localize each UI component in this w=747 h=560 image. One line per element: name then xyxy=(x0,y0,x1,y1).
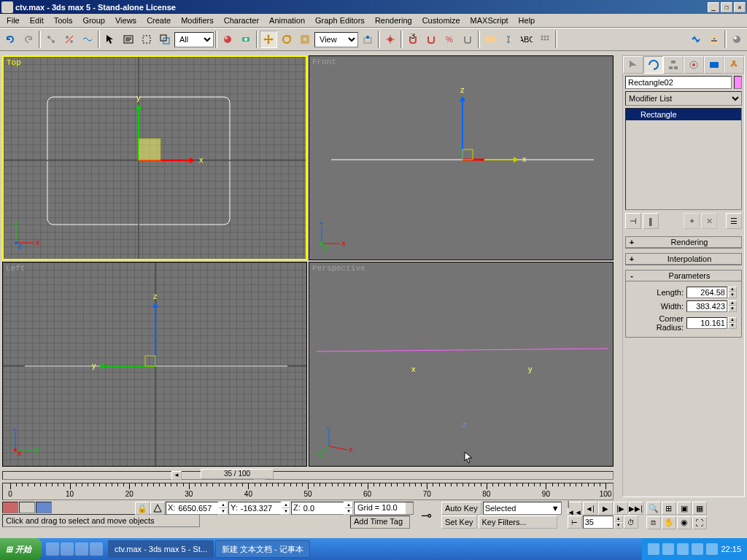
tray-icon[interactable] xyxy=(692,543,703,555)
key-mode-button[interactable]: ⊢ xyxy=(568,516,582,529)
taskbar-app-3dsmax[interactable]: ctv.max - 3ds max 5 - St... xyxy=(108,540,214,558)
key-selection-dropdown[interactable]: Selected▼ xyxy=(483,502,562,515)
tray-icon[interactable] xyxy=(677,543,689,555)
zoom-button[interactable]: 🔍 xyxy=(646,502,661,515)
autokey-button[interactable]: Auto Key xyxy=(441,502,481,515)
rollout-toggle[interactable]: + xyxy=(626,254,638,263)
tab-create[interactable] xyxy=(623,56,643,74)
menu-animation[interactable]: Animation xyxy=(264,15,310,26)
array-button[interactable] xyxy=(536,31,554,48)
redo-button[interactable] xyxy=(20,31,37,48)
time-slider[interactable]: ◄ 35 / 100 ► xyxy=(2,470,614,481)
menu-character[interactable]: Character xyxy=(219,15,264,26)
tab-hierarchy[interactable] xyxy=(663,56,684,74)
abs-rel-button[interactable] xyxy=(150,502,165,515)
spinner-snap-button[interactable] xyxy=(459,31,476,48)
show-end-result-button[interactable]: ‖ xyxy=(643,213,659,229)
scale-button[interactable] xyxy=(296,31,314,48)
corner-radius-spinner[interactable]: ▲▼ xyxy=(728,317,737,329)
menu-group[interactable]: Group xyxy=(77,15,110,26)
menu-grapheditors[interactable]: Graph Editors xyxy=(310,15,370,26)
tab-modify[interactable] xyxy=(643,56,664,74)
tray-icon[interactable] xyxy=(648,543,659,555)
viewport-top[interactable]: Top x y x y z xyxy=(2,55,307,260)
window-crossing-button[interactable] xyxy=(156,31,174,48)
tray-icon[interactable] xyxy=(706,543,718,555)
unlink-button[interactable] xyxy=(61,31,78,48)
snap-toggle-button[interactable]: 3 xyxy=(404,31,422,48)
selection-lock-blue[interactable] xyxy=(36,502,52,513)
menu-rendering[interactable]: Rendering xyxy=(370,15,417,26)
current-frame-field[interactable] xyxy=(583,516,614,529)
maximize-viewport-button[interactable]: ⛶ xyxy=(692,516,707,529)
selection-filter-dropdown[interactable]: All xyxy=(174,32,214,47)
setkey-button[interactable]: Set Key xyxy=(441,516,477,529)
width-spinner[interactable]: ▲▼ xyxy=(728,300,737,312)
quicklaunch-icon[interactable] xyxy=(75,542,88,556)
viewport-front[interactable]: Front x z x z y xyxy=(309,55,614,260)
quicklaunch-icon[interactable] xyxy=(61,542,74,556)
time-ruler[interactable]: 0102030405060708090100 xyxy=(2,483,614,500)
select-button[interactable] xyxy=(101,31,119,48)
manipulate-button[interactable] xyxy=(382,31,399,48)
undo-button[interactable] xyxy=(1,31,19,48)
menu-tools[interactable]: Tools xyxy=(49,15,78,26)
x-field[interactable]: X: xyxy=(166,502,218,515)
selection-lock-red[interactable] xyxy=(2,502,18,513)
align-button[interactable]: ABC xyxy=(518,31,535,48)
configure-sets-button[interactable]: ☰ xyxy=(726,213,742,229)
schematic-view-button[interactable] xyxy=(705,31,723,48)
goto-start-button[interactable]: |◄◄ xyxy=(568,502,582,515)
move-button[interactable] xyxy=(260,31,277,48)
angle-snap-button[interactable] xyxy=(422,31,440,48)
object-name-field[interactable] xyxy=(625,76,732,89)
rollout-toggle[interactable]: + xyxy=(626,238,638,246)
make-unique-button[interactable]: ✦ xyxy=(684,213,700,229)
mirror-button[interactable] xyxy=(500,31,517,48)
pan-button[interactable]: ✋ xyxy=(662,516,676,529)
length-field[interactable] xyxy=(686,287,727,298)
taskbar-app-notepad[interactable]: 新建 文本文档 - 记事本 xyxy=(215,540,310,558)
close-button[interactable]: ✕ xyxy=(734,2,746,12)
minimize-button[interactable]: _ xyxy=(708,2,719,12)
quicklaunch-icon[interactable] xyxy=(46,542,59,556)
start-button[interactable]: ⊞开始 xyxy=(0,538,42,560)
menu-edit[interactable]: Edit xyxy=(25,15,49,26)
viewport-left[interactable]: Left y z y z x xyxy=(2,262,307,467)
key-lock-icon[interactable]: ⊸ xyxy=(414,502,438,529)
y-field[interactable]: Y: xyxy=(228,502,281,515)
menu-file[interactable]: File xyxy=(1,15,25,26)
object-color-swatch[interactable] xyxy=(734,76,742,89)
tab-display[interactable] xyxy=(704,56,724,74)
menu-help[interactable]: Help xyxy=(514,15,541,26)
modifier-list-dropdown[interactable]: Modifier List xyxy=(625,91,742,106)
select-region-button[interactable] xyxy=(138,31,155,48)
selection-lock[interactable] xyxy=(19,502,35,513)
percent-snap-button[interactable]: % xyxy=(441,31,458,48)
lock-selection-button[interactable]: 🔒 xyxy=(135,502,150,515)
add-time-tag[interactable]: Add Time Tag xyxy=(350,516,410,529)
width-field[interactable] xyxy=(686,300,727,312)
menu-modifiers[interactable]: Modifiers xyxy=(176,15,219,26)
length-spinner[interactable]: ▲▼ xyxy=(728,287,737,298)
corner-radius-field[interactable] xyxy=(686,317,727,329)
goto-end-button[interactable]: ▶▶| xyxy=(629,502,643,515)
menu-maxscript[interactable]: MAXScript xyxy=(465,15,514,26)
rollout-toggle[interactable]: - xyxy=(626,271,638,280)
modifier-stack[interactable]: Rectangle xyxy=(625,108,742,210)
link-button[interactable] xyxy=(42,31,60,48)
bind-spacewarp-button[interactable] xyxy=(79,31,96,48)
trackview-button[interactable] xyxy=(687,31,705,48)
region-zoom-button[interactable]: ⧈ xyxy=(646,516,661,529)
menu-customize[interactable]: Customize xyxy=(417,15,465,26)
quickrender-button[interactable] xyxy=(728,31,746,48)
viewport-perspective[interactable]: Perspective x y z x y z xyxy=(309,262,614,467)
tray-icon[interactable] xyxy=(662,543,674,555)
quicklaunch-icon[interactable] xyxy=(90,542,103,556)
time-config-button[interactable]: ⏱ xyxy=(624,516,638,529)
key-filters-button[interactable]: Key Filters... xyxy=(479,516,557,529)
play-button[interactable]: ▶ xyxy=(598,502,613,515)
stack-item-rectangle[interactable]: Rectangle xyxy=(626,109,741,120)
time-slider-thumb[interactable]: 35 / 100 xyxy=(201,469,274,479)
prev-frame-button[interactable]: ◄| xyxy=(583,502,597,515)
